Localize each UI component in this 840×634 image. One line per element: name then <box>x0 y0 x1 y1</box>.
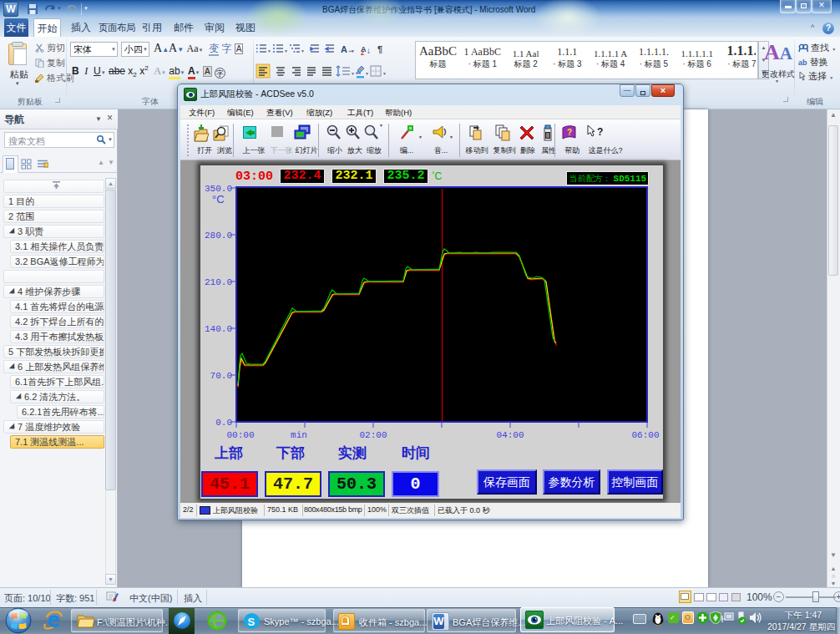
svg-text:?: ? <box>597 126 603 138</box>
svg-text:0.0: 0.0 <box>215 418 232 428</box>
svg-text:¶: ¶ <box>377 44 382 54</box>
svg-text:min: min <box>291 430 307 440</box>
svg-text:▼: ▼ <box>267 48 271 53</box>
svg-text:▼: ▼ <box>284 48 288 53</box>
svg-text:▼: ▼ <box>351 48 355 53</box>
svg-text:↓: ↓ <box>367 46 371 55</box>
svg-text:210.0: 210.0 <box>205 277 232 287</box>
svg-text:02:00: 02:00 <box>359 430 387 440</box>
svg-text:00:00: 00:00 <box>226 430 254 440</box>
svg-text:▼: ▼ <box>301 48 305 53</box>
svg-text:04:00: 04:00 <box>496 430 524 440</box>
svg-text:?: ? <box>567 128 572 137</box>
svg-text:70.0: 70.0 <box>210 371 232 381</box>
svg-text:S: S <box>248 616 256 628</box>
svg-text:280.0: 280.0 <box>205 231 232 241</box>
svg-text:A: A <box>341 44 347 54</box>
svg-text:▼: ▼ <box>365 71 369 76</box>
svg-text:Z: Z <box>361 50 365 56</box>
svg-text:°C: °C <box>212 193 225 205</box>
svg-text:▼: ▼ <box>382 71 387 76</box>
svg-text:▼: ▼ <box>351 71 355 76</box>
svg-text:06:00: 06:00 <box>631 430 659 440</box>
svg-text:140.0: 140.0 <box>205 324 232 334</box>
